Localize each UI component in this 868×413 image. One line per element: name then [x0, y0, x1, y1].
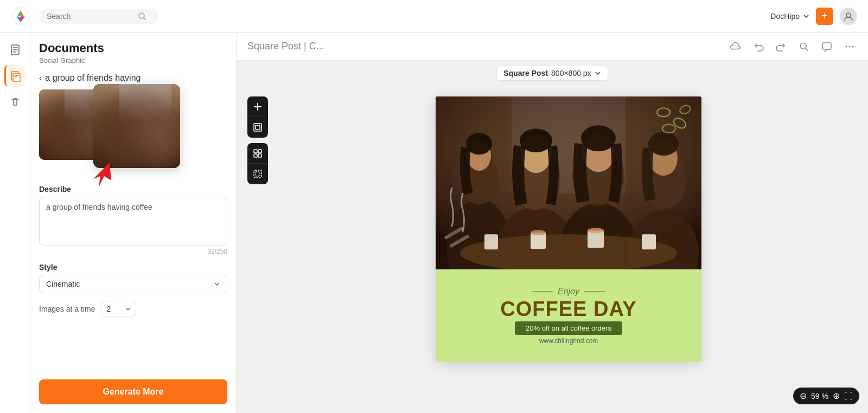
chevron-down-icon: [803, 13, 809, 20]
user-icon: [844, 11, 853, 21]
canvas-size-button[interactable]: Square Post 800×800 px: [497, 66, 607, 80]
animation-button[interactable]: [247, 164, 268, 184]
back-button[interactable]: ‹ a group of friends having: [39, 73, 227, 83]
style-select[interactable]: Cinematic Realistic Artistic Cartoon Abs…: [39, 275, 227, 293]
search-icon: [138, 12, 146, 21]
poster-photo: [436, 96, 701, 269]
sidebar-item-documents[interactable]: [4, 39, 26, 61]
add-element-button[interactable]: [247, 96, 268, 117]
zoom-in-button[interactable]: ⊕: [833, 391, 840, 401]
search-canvas-icon: [799, 41, 809, 52]
svg-rect-39: [484, 234, 498, 249]
left-panel: Documents Social Graphic ‹ a group of fr…: [30, 33, 237, 413]
canvas-body: Enjoy COFFEE DAY 20% off on all coffee o…: [237, 86, 868, 413]
canvas-title: Square Post | C...: [247, 41, 324, 52]
sidebar: [0, 33, 30, 413]
comment-icon: [821, 41, 832, 52]
svg-rect-17: [254, 170, 261, 178]
generated-images-grid: [39, 89, 227, 176]
svg-rect-5: [13, 73, 20, 82]
panel-title: Documents: [39, 41, 227, 55]
images-at-a-time-label: Images at a time: [39, 305, 95, 313]
canvas-area: Square Post | C...: [237, 33, 868, 413]
generated-image-2-popup[interactable]: [93, 84, 180, 168]
frame-button[interactable]: [247, 117, 268, 138]
svg-point-41: [531, 230, 546, 235]
fullscreen-button[interactable]: ⛶: [844, 391, 853, 401]
poster-bottom: Enjoy COFFEE DAY 20% off on all coffee o…: [436, 269, 701, 363]
back-arrow-icon: ‹: [39, 73, 42, 83]
design-canvas[interactable]: Enjoy COFFEE DAY 20% off on all coffee o…: [436, 96, 701, 362]
more-options-icon: [844, 41, 855, 52]
website-text: www.chillngrind.com: [539, 337, 598, 345]
animation-icon: [253, 169, 263, 179]
describe-textarea[interactable]: a group of friends having coffee: [39, 197, 227, 246]
svg-rect-12: [256, 125, 260, 130]
search-bar[interactable]: [39, 9, 158, 24]
more-options-button[interactable]: [842, 39, 857, 54]
comment-button[interactable]: [819, 39, 834, 54]
add-icon: [253, 102, 263, 112]
main-layout: Documents Social Graphic ‹ a group of fr…: [0, 33, 868, 413]
friends-image: [436, 96, 701, 269]
sidebar-item-pages[interactable]: [4, 65, 26, 87]
coffee-day-poster: Enjoy COFFEE DAY 20% off on all coffee o…: [436, 96, 701, 362]
app-logo[interactable]: [11, 7, 30, 26]
search-canvas-button[interactable]: [796, 39, 812, 54]
svg-rect-16: [258, 154, 261, 157]
canvas-toolbar: [728, 39, 857, 54]
char-count: 32/250: [39, 248, 227, 255]
canvas-header: Square Post | C...: [237, 33, 868, 61]
page-icon: [10, 70, 22, 82]
undo-button[interactable]: [751, 39, 766, 54]
tool-group-2: [247, 143, 268, 184]
discount-badge: 20% off on all coffee orders: [515, 321, 622, 335]
nav-right: DocHipo +: [770, 8, 857, 25]
svg-point-43: [588, 228, 604, 233]
arrow-indicator: [85, 160, 118, 189]
cloud-save-icon: [730, 41, 742, 53]
redo-button[interactable]: [774, 39, 789, 54]
svg-rect-44: [642, 234, 656, 249]
svg-rect-13: [254, 150, 257, 153]
zoom-controls: ⊖ 59 % ⊕ ⛶: [793, 388, 859, 404]
top-navigation: DocHipo +: [0, 0, 868, 33]
enjoy-text: Enjoy: [532, 287, 605, 296]
svg-point-9: [849, 46, 851, 47]
grid-button[interactable]: [247, 143, 268, 164]
svg-rect-11: [254, 124, 261, 131]
canvas-sub-header: Square Post 800×800 px: [237, 61, 868, 86]
redo-icon: [776, 41, 787, 52]
zoom-out-button[interactable]: ⊖: [800, 391, 807, 401]
cloud-save-button[interactable]: [728, 39, 743, 54]
images-count-select[interactable]: 1 2 3 4: [101, 301, 136, 317]
trash-icon: [9, 96, 21, 108]
svg-point-2: [846, 13, 851, 17]
svg-rect-18: [256, 172, 260, 176]
style-label: Style: [39, 263, 227, 272]
svg-point-10: [852, 46, 854, 47]
describe-label: Describe: [39, 185, 227, 193]
coffee-day-title: COFFEE DAY: [500, 299, 636, 319]
svg-rect-15: [254, 154, 257, 157]
tool-group-1: [247, 96, 268, 138]
svg-point-8: [846, 46, 847, 47]
user-profile-button[interactable]: [840, 8, 857, 25]
frame-icon: [253, 122, 263, 132]
chevron-down-icon: [595, 70, 601, 76]
svg-rect-14: [258, 150, 261, 153]
document-icon: [9, 44, 21, 56]
back-label: a group of friends having: [45, 73, 141, 83]
sidebar-item-trash[interactable]: [4, 91, 26, 113]
undo-icon: [753, 41, 764, 52]
create-new-button[interactable]: +: [816, 8, 833, 25]
svg-point-6: [801, 43, 807, 49]
images-at-a-time-row: Images at a time 1 2 3 4: [39, 301, 227, 317]
search-input[interactable]: [47, 12, 133, 21]
grid-icon: [253, 149, 263, 158]
dochipo-menu[interactable]: DocHipo: [770, 12, 809, 21]
zoom-level: 59 %: [811, 392, 828, 401]
svg-rect-7: [822, 43, 831, 49]
canvas-tools: [247, 96, 268, 184]
generate-more-button[interactable]: Generate More: [39, 379, 227, 404]
